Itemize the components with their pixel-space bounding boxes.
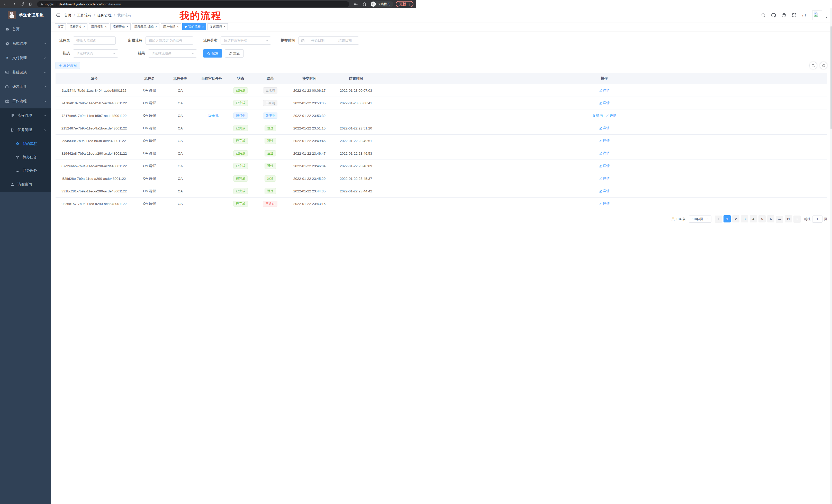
sidebar-item-4[interactable]: 研发工具 <box>0 80 51 94</box>
sidebar-item-3[interactable]: 基础设施 <box>0 65 51 80</box>
breadcrumb-separator: / <box>114 13 115 18</box>
cell-id: 2152467e-7b9b-11ec-9a1b-acde48001122 <box>55 127 133 130</box>
status-tag: 已完成 <box>233 138 248 144</box>
home-icon <box>28 2 32 6</box>
cell-result: 通过 <box>252 138 288 144</box>
tab-label: 流程模型 <box>91 25 103 29</box>
navbar: 首页/工作流程/任务管理/我的流程 TT <box>51 8 416 23</box>
sidebar-item-label: 基础设施 <box>12 70 27 75</box>
tab-close-icon[interactable]: × <box>155 25 157 28</box>
process-name-input[interactable] <box>73 36 116 45</box>
reset-button[interactable]: 重置 <box>225 49 244 58</box>
back-button[interactable] <box>3 1 9 7</box>
address-bar[interactable]: 不安全 dashboard.yudao.iocoder.cn/bpm/task/… <box>37 1 349 7</box>
cell-process-name: OA 请假 <box>133 138 166 143</box>
search-button[interactable]: 搜索 <box>203 49 222 58</box>
column-header: 编号 <box>55 76 133 81</box>
tab-close-icon[interactable]: × <box>202 25 204 28</box>
cell-result: 不通过 <box>252 201 288 207</box>
tab-close-icon[interactable]: × <box>127 25 128 28</box>
sidebar-item-10[interactable]: 已办任务 <box>0 164 51 177</box>
chevron-down-icon <box>43 57 46 60</box>
reload-button[interactable] <box>19 1 25 7</box>
tab-5[interactable]: 用户分组× <box>161 23 181 30</box>
yen-icon: ¥ <box>5 56 9 60</box>
key-icon <box>354 2 358 6</box>
active-tab-dot <box>185 26 187 28</box>
submit-time-range-picker[interactable]: 开始日期 - 结束日期 <box>298 36 359 45</box>
update-label: 更新 <box>399 2 406 6</box>
cell-status: 进行中 <box>229 113 252 119</box>
address-divider <box>56 3 56 6</box>
pagination: 共 104 条 10条/页 123456•••11 前往 页 <box>55 215 416 231</box>
main-area: 首页/工作流程/任务管理/我的流程 TT 我的流程 首页流程定义×流程模型×流程… <box>51 8 416 252</box>
plus-icon <box>59 64 62 67</box>
back-icon <box>4 2 8 6</box>
breadcrumb-item[interactable]: 首页 <box>64 13 72 18</box>
chevron-down-icon <box>113 52 116 55</box>
forward-button[interactable] <box>11 1 17 7</box>
result-label: 结果 <box>125 51 145 56</box>
sidebar-item-6[interactable]: 流程管理 <box>0 108 51 123</box>
tab-4[interactable]: 流程表单-编辑× <box>132 23 159 30</box>
cell-id: 7317cec6-7b9b-11ec-b5b7-acde48001122 <box>55 114 133 118</box>
category-select[interactable]: 请选择流程分类 <box>220 36 271 45</box>
home-button[interactable] <box>27 1 33 7</box>
create-process-button[interactable]: 发起流程 <box>55 62 80 69</box>
sidebar-item-7[interactable]: 任务管理 <box>0 123 51 137</box>
current-task-link[interactable]: 一级审批 <box>205 113 219 118</box>
tab-1[interactable]: 流程定义× <box>67 23 87 30</box>
tab-close-icon[interactable]: × <box>177 25 179 28</box>
cell-submit-time: 2022-01-23 00:06:17 <box>288 89 331 92</box>
password-key-button[interactable] <box>353 1 359 7</box>
sidebar-item-8[interactable]: 我的流程 <box>0 137 51 150</box>
cell-actions: 取消详情 <box>381 113 416 118</box>
sidebar-item-1[interactable]: 系统管理 <box>0 36 51 51</box>
result-select[interactable]: 请选择流结果 <box>148 49 197 58</box>
cell-result: 已取消 <box>252 100 288 106</box>
tab-7[interactable]: 发起流程× <box>207 23 228 30</box>
sidebar-item-label: 已办任务 <box>23 168 37 173</box>
cell-category: OA <box>166 202 194 206</box>
sidebar-item-5[interactable]: 工作流程 <box>0 94 51 108</box>
create-process-label: 发起流程 <box>63 63 77 68</box>
cell-category: OA <box>166 139 194 143</box>
cell-result: 已取消 <box>252 87 288 93</box>
breadcrumb-item[interactable]: 任务管理 <box>97 13 111 18</box>
chevron-down-icon <box>191 52 194 55</box>
result-tag: 已取消 <box>263 100 278 106</box>
sidebar-item-9[interactable]: 待办任务 <box>0 150 51 164</box>
update-button[interactable]: 更新 <box>396 1 413 7</box>
cell-status: 已完成 <box>229 150 252 157</box>
cell-end-time: 2022-01-23 00:08:41 <box>331 101 381 105</box>
tab-2[interactable]: 流程模型× <box>89 23 109 30</box>
tab-close-icon[interactable]: × <box>83 25 85 28</box>
process-def-input[interactable] <box>146 36 193 45</box>
tab-close-icon[interactable]: × <box>105 25 107 28</box>
tab-close-icon[interactable]: × <box>224 25 226 28</box>
column-header: 结束时间 <box>331 76 381 81</box>
breadcrumb-item[interactable]: 工作流程 <box>77 13 92 18</box>
sidebar-item-0[interactable]: 首页 <box>0 22 51 36</box>
status-tag: 已完成 <box>233 150 248 157</box>
range-separator: - <box>331 39 332 43</box>
sidebar-item-11[interactable]: 请假查询 <box>0 177 51 192</box>
cell-actions: 详情 <box>381 176 416 181</box>
sidebar-logo-row[interactable]: 芋道管理系统 <box>0 8 51 22</box>
result-tag: 通过 <box>265 150 276 157</box>
cell-category: OA <box>166 89 194 92</box>
bookmark-star-button[interactable] <box>362 1 368 7</box>
cell-process-name: OA 请假 <box>133 176 166 181</box>
tab-6[interactable]: 我的流程× <box>182 23 206 30</box>
tab-3[interactable]: 流程表单× <box>110 23 131 30</box>
annotation-overlay: 我的流程 <box>179 9 222 22</box>
sidebar-item-2[interactable]: ¥支付管理 <box>0 51 51 65</box>
incognito-label: 无痕模式 <box>378 2 390 6</box>
tab-0[interactable]: 首页 <box>55 23 66 30</box>
status-select[interactable]: 请选择状态 <box>73 49 118 58</box>
cell-id: 52ffd28e-7b9a-11ec-a290-acde48001122 <box>55 177 133 180</box>
sidebar-toggle-button[interactable] <box>55 12 61 18</box>
result-tag: 不通过 <box>263 201 278 207</box>
browser-menu-kebab-icon[interactable] <box>408 3 411 6</box>
sidebar-menu: 首页系统管理¥支付管理基础设施研发工具工作流程流程管理任务管理我的流程待办任务已… <box>0 22 51 192</box>
